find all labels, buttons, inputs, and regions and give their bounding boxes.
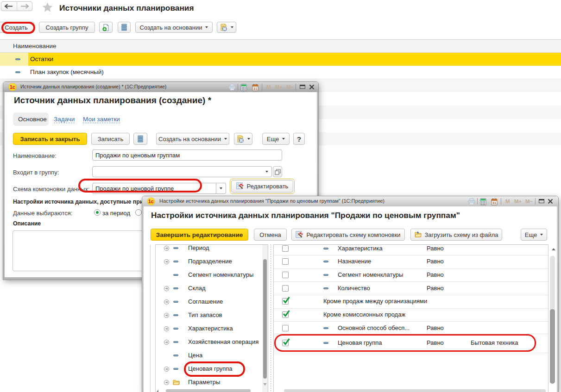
svg-text:31: 31: [253, 87, 257, 91]
svg-text:31: 31: [492, 201, 496, 205]
